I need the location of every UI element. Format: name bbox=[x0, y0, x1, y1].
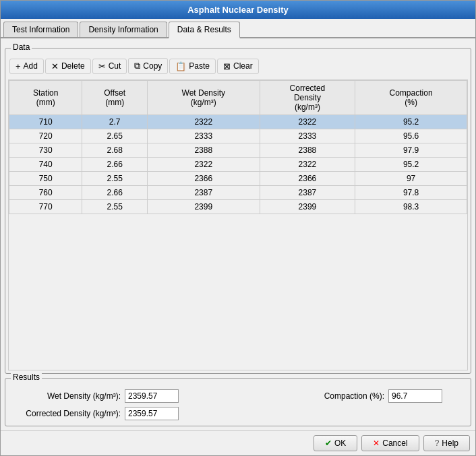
cell-corrected-density[interactable]: 2387 bbox=[260, 186, 355, 200]
cell-offset[interactable]: 2.55 bbox=[82, 200, 147, 214]
cell-station[interactable]: 720 bbox=[9, 129, 82, 143]
table-row[interactable]: 7402.662322232295.2 bbox=[9, 158, 467, 172]
col-header-compaction: Compaction(%) bbox=[355, 81, 467, 115]
cell-station[interactable]: 770 bbox=[9, 200, 82, 214]
compaction-label: Compaction (%): bbox=[324, 391, 388, 401]
table-row[interactable]: 7302.682388238897.9 bbox=[9, 143, 467, 158]
table-row[interactable]: 7102.72322232295.2 bbox=[9, 115, 467, 129]
cell-wet-density[interactable]: 2366 bbox=[147, 172, 260, 186]
cell-compaction[interactable]: 97.8 bbox=[355, 186, 467, 200]
cell-wet-density[interactable]: 2322 bbox=[147, 158, 260, 172]
data-table: Station(mm) Offset(mm) Wet Density(kg/m³… bbox=[9, 80, 467, 214]
data-toolbar: + Add ✕ Delete ✂ Cut ⧉ Copy 📋 Paste bbox=[8, 55, 468, 77]
results-group-label: Results bbox=[11, 372, 42, 382]
wet-density-label: Wet Density (kg/m³): bbox=[13, 391, 125, 401]
paste-icon: 📋 bbox=[175, 61, 186, 71]
table-row[interactable]: 7702.552399239998.3 bbox=[9, 200, 467, 214]
col-header-offset: Offset(mm) bbox=[82, 81, 147, 115]
cell-station[interactable]: 710 bbox=[9, 115, 82, 129]
cell-wet-density[interactable]: 2399 bbox=[147, 200, 260, 214]
cell-corrected-density[interactable]: 2399 bbox=[260, 200, 355, 214]
cell-offset[interactable]: 2.68 bbox=[82, 143, 147, 158]
ok-button[interactable]: ✔ OK bbox=[314, 435, 357, 451]
delete-button[interactable]: ✕ Delete bbox=[45, 59, 91, 74]
add-icon: + bbox=[16, 61, 21, 71]
cell-offset[interactable]: 2.65 bbox=[82, 129, 147, 143]
cell-offset[interactable]: 2.55 bbox=[82, 172, 147, 186]
results-group: Results Wet Density (kg/m³): Compaction … bbox=[5, 378, 471, 426]
window-title: Asphalt Nuclear Density bbox=[187, 5, 289, 15]
cell-wet-density[interactable]: 2322 bbox=[147, 115, 260, 129]
cell-offset[interactable]: 2.66 bbox=[82, 158, 147, 172]
wet-density-input[interactable] bbox=[125, 389, 179, 403]
title-bar: Asphalt Nuclear Density bbox=[1, 1, 475, 19]
cell-compaction[interactable]: 95.6 bbox=[355, 129, 467, 143]
cut-button[interactable]: ✂ Cut bbox=[92, 59, 127, 74]
cell-corrected-density[interactable]: 2322 bbox=[260, 115, 355, 129]
clear-button[interactable]: ⊠ Clear bbox=[217, 59, 259, 74]
tab-density-information[interactable]: Density Information bbox=[80, 22, 167, 37]
cell-wet-density[interactable]: 2387 bbox=[147, 186, 260, 200]
tab-bar: Test Information Density Information Dat… bbox=[1, 19, 475, 38]
col-header-corrected-density: CorrectedDensity(kg/m³) bbox=[260, 81, 355, 115]
cell-compaction[interactable]: 98.3 bbox=[355, 200, 467, 214]
copy-icon: ⧉ bbox=[134, 61, 140, 71]
cell-station[interactable]: 760 bbox=[9, 186, 82, 200]
cell-corrected-density[interactable]: 2333 bbox=[260, 129, 355, 143]
tab-test-information[interactable]: Test Information bbox=[3, 22, 78, 37]
cell-corrected-density[interactable]: 2388 bbox=[260, 143, 355, 158]
delete-icon: ✕ bbox=[51, 61, 59, 71]
data-table-container[interactable]: Station(mm) Offset(mm) Wet Density(kg/m³… bbox=[8, 79, 468, 370]
copy-button[interactable]: ⧉ Copy bbox=[128, 58, 168, 74]
cancel-button[interactable]: ✕ Cancel bbox=[361, 435, 419, 451]
cell-compaction[interactable]: 95.2 bbox=[355, 115, 467, 129]
table-row[interactable]: 7502.552366236697 bbox=[9, 172, 467, 186]
tab-data-results[interactable]: Data & Results bbox=[169, 22, 240, 38]
table-row[interactable]: 7202.652333233395.6 bbox=[9, 129, 467, 143]
cell-corrected-density[interactable]: 2322 bbox=[260, 158, 355, 172]
cell-compaction[interactable]: 95.2 bbox=[355, 158, 467, 172]
cell-station[interactable]: 730 bbox=[9, 143, 82, 158]
button-bar: ✔ OK ✕ Cancel ? Help bbox=[1, 430, 475, 455]
tab-content: Data + Add ✕ Delete ✂ Cut ⧉ Copy bbox=[1, 38, 475, 430]
help-icon: ? bbox=[435, 438, 440, 448]
cut-icon: ✂ bbox=[98, 61, 106, 71]
col-header-wet-density: Wet Density(kg/m³) bbox=[147, 81, 260, 115]
corrected-density-input[interactable] bbox=[125, 407, 179, 420]
corrected-density-label: Corrected Density (kg/m³): bbox=[13, 409, 125, 418]
col-header-station: Station(mm) bbox=[9, 81, 82, 115]
data-group-label: Data bbox=[11, 42, 32, 52]
table-row[interactable]: 7602.662387238797.8 bbox=[9, 186, 467, 200]
cell-compaction[interactable]: 97 bbox=[355, 172, 467, 186]
data-group: Data + Add ✕ Delete ✂ Cut ⧉ Copy bbox=[5, 48, 471, 374]
cell-wet-density[interactable]: 2388 bbox=[147, 143, 260, 158]
clear-icon: ⊠ bbox=[223, 61, 231, 71]
cell-station[interactable]: 740 bbox=[9, 158, 82, 172]
paste-button[interactable]: 📋 Paste bbox=[169, 59, 216, 74]
cell-offset[interactable]: 2.66 bbox=[82, 186, 147, 200]
main-window: Asphalt Nuclear Density Test Information… bbox=[0, 0, 476, 456]
help-button[interactable]: ? Help bbox=[423, 435, 470, 451]
cell-corrected-density[interactable]: 2366 bbox=[260, 172, 355, 186]
ok-checkmark-icon: ✔ bbox=[325, 438, 332, 448]
cell-station[interactable]: 750 bbox=[9, 172, 82, 186]
cell-offset[interactable]: 2.7 bbox=[82, 115, 147, 129]
cell-compaction[interactable]: 97.9 bbox=[355, 143, 467, 158]
cancel-x-icon: ✕ bbox=[373, 438, 380, 448]
compaction-input[interactable] bbox=[388, 389, 442, 403]
cell-wet-density[interactable]: 2333 bbox=[147, 129, 260, 143]
add-button[interactable]: + Add bbox=[9, 59, 44, 74]
